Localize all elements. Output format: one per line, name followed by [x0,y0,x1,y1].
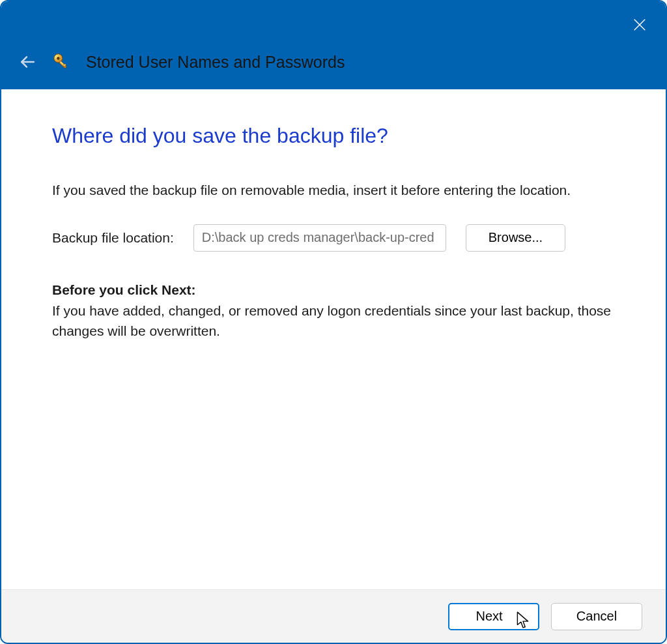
key-icon [52,52,72,72]
page-heading: Where did you save the backup file? [52,121,615,151]
content-area: Where did you save the backup file? If y… [1,89,666,589]
next-button[interactable]: Next [448,603,539,630]
location-row: Backup file location: Browse... [52,224,615,252]
footer: Next Cancel [1,589,666,643]
back-arrow-icon [19,53,36,70]
titlebar: Stored User Names and Passwords [1,1,666,89]
note-heading: Before you click Next: [52,280,615,300]
instruction-text: If you saved the backup file on removabl… [52,181,615,200]
location-label: Backup file location: [52,228,174,248]
note-block: Before you click Next: If you have added… [52,280,615,341]
back-button[interactable] [17,51,38,72]
wizard-title: Stored User Names and Passwords [86,53,345,72]
close-icon [632,18,647,32]
cancel-button[interactable]: Cancel [551,603,642,630]
header-row: Stored User Names and Passwords [17,51,345,72]
wizard-window: Stored User Names and Passwords Where di… [0,0,667,644]
browse-button[interactable]: Browse... [466,224,565,252]
note-text: If you have added, changed, or removed a… [52,301,615,341]
svg-point-4 [57,57,60,60]
close-button[interactable] [628,13,651,37]
backup-location-input[interactable] [193,224,446,252]
